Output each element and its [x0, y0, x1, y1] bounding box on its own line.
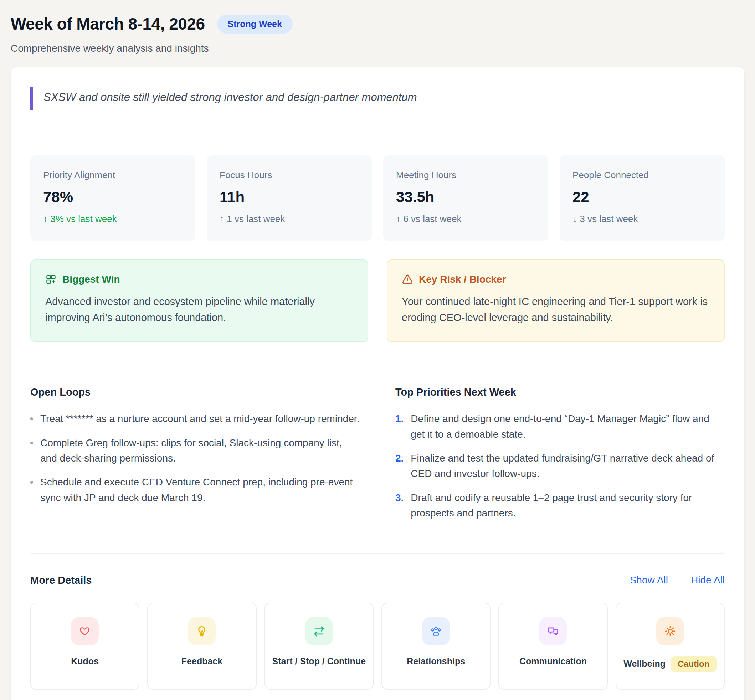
stat-card-focus-hours: Focus Hours 11h ↑ 1 vs last week [207, 155, 372, 241]
lists-section: Open Loops Treat ******* as a nurture ac… [30, 386, 725, 529]
open-loops-heading: Open Loops [30, 386, 360, 398]
detail-cards-row: Kudos Feedback [30, 603, 725, 690]
key-risk-box: Key Risk / Blocker Your continued late-n… [387, 259, 725, 342]
list-item: 3.Draft and codify a reusable 1–2 page t… [395, 490, 725, 521]
list-item: Complete Greg follow-ups: clips for soci… [30, 435, 360, 466]
stat-value: 78% [43, 189, 183, 206]
detail-card-kudos[interactable]: Kudos [30, 603, 139, 690]
show-all-link[interactable]: Show All [630, 575, 668, 586]
more-details-header: More Details Show All Hide All [30, 575, 725, 586]
page-subtitle: Comprehensive weekly analysis and insigh… [11, 43, 744, 54]
list-item-text: Define and design one end-to-end “Day-1 … [411, 411, 725, 442]
lightbulb-icon [188, 617, 216, 645]
section-divider [30, 553, 725, 554]
detail-card-relationships[interactable]: Relationships [381, 603, 491, 690]
detail-card-label: Wellbeing [624, 659, 666, 669]
list-item-text: Treat ******* as a nurture account and s… [40, 411, 360, 426]
bullet-dot [30, 417, 33, 420]
page-title: Week of March 8-14, 2026 [11, 14, 205, 33]
detail-card-feedback[interactable]: Feedback [147, 603, 256, 690]
list-number: 3. [395, 490, 403, 521]
open-loops-column: Open Loops Treat ******* as a nurture ac… [30, 386, 360, 529]
weekly-summary-card: SXSW and onsite still yielded strong inv… [11, 67, 744, 700]
stat-card-meeting-hours: Meeting Hours 33.5h ↑ 6 vs last week [383, 155, 548, 241]
stat-card-priority-alignment: Priority Alignment 78% ↑ 3% vs last week [30, 155, 195, 241]
hide-all-link[interactable]: Hide All [691, 575, 725, 586]
top-priorities-column: Top Priorities Next Week 1.Define and de… [395, 386, 725, 529]
caution-badge: Caution [671, 656, 716, 672]
list-item-text: Schedule and execute CED Venture Connect… [40, 474, 360, 505]
bullet-dot [30, 481, 33, 484]
bullet-dot [30, 442, 33, 444]
stat-value: 33.5h [396, 189, 535, 206]
list-item-text: Finalize and test the updated fundraisin… [411, 450, 725, 481]
stat-label: Focus Hours [220, 170, 359, 181]
detail-card-label: Communication [519, 656, 587, 667]
weekly-report-page: Week of March 8-14, 2026 Strong Week Com… [0, 0, 755, 700]
page-header: Week of March 8-14, 2026 Strong Week [11, 14, 744, 33]
summary-quote-text: SXSW and onsite still yielded strong inv… [44, 89, 725, 105]
stat-change: ↑ 6 vs last week [396, 214, 535, 225]
summary-quote: SXSW and onsite still yielded strong inv… [30, 87, 725, 110]
detail-card-label: Relationships [407, 656, 465, 667]
stat-value: 22 [572, 189, 712, 206]
grid-plus-icon [45, 274, 57, 285]
biggest-win-box: Biggest Win Advanced investor and ecosys… [30, 259, 368, 342]
list-item-text: Complete Greg follow-ups: clips for soci… [40, 435, 360, 466]
stat-value: 11h [220, 189, 359, 206]
more-details-heading: More Details [30, 575, 92, 586]
stat-change: ↑ 3% vs last week [43, 214, 183, 225]
open-loops-list: Treat ******* as a nurture account and s… [30, 411, 360, 505]
stat-label: Priority Alignment [43, 170, 183, 181]
stat-label: Meeting Hours [396, 170, 535, 181]
key-risk-text: Your continued late-night IC engineering… [402, 294, 710, 326]
list-number: 2. [395, 450, 403, 481]
list-number: 1. [395, 411, 403, 442]
biggest-win-title: Biggest Win [63, 274, 120, 285]
list-item: 1.Define and design one end-to-end “Day-… [395, 411, 725, 442]
section-divider [30, 366, 725, 366]
key-risk-header: Key Risk / Blocker [402, 274, 710, 285]
transfer-arrows-icon [305, 617, 333, 645]
list-item-text: Draft and codify a reusable 1–2 page tru… [411, 490, 725, 521]
stat-card-people-connected: People Connected 22 ↓ 3 vs last week [560, 155, 725, 241]
detail-card-communication[interactable]: Communication [498, 603, 607, 690]
list-item: 2.Finalize and test the updated fundrais… [395, 450, 725, 481]
top-priorities-heading: Top Priorities Next Week [395, 386, 725, 398]
detail-card-wellbeing[interactable]: Wellbeing Caution [616, 603, 725, 690]
detail-card-label: Start / Stop / Continue [272, 656, 366, 667]
stat-change: ↑ 1 vs last week [220, 214, 359, 225]
stats-row: Priority Alignment 78% ↑ 3% vs last week… [30, 155, 725, 241]
stat-label: People Connected [572, 170, 712, 181]
list-item: Schedule and execute CED Venture Connect… [30, 474, 360, 505]
more-details-links: Show All Hide All [630, 575, 725, 586]
week-status-badge: Strong Week [217, 15, 293, 33]
list-item: Treat ******* as a nurture account and s… [30, 411, 360, 426]
heart-icon [71, 617, 99, 645]
highlights-row: Biggest Win Advanced investor and ecosys… [30, 259, 725, 342]
people-group-icon [422, 617, 450, 645]
key-risk-title: Key Risk / Blocker [419, 274, 506, 285]
warning-triangle-icon [402, 274, 413, 285]
biggest-win-text: Advanced investor and ecosystem pipeline… [45, 294, 353, 326]
detail-card-label-row: Wellbeing Caution [624, 656, 716, 672]
summary-quote-section: SXSW and onsite still yielded strong inv… [30, 87, 725, 138]
top-priorities-list: 1.Define and design one end-to-end “Day-… [395, 411, 725, 521]
sun-icon [656, 617, 684, 645]
detail-card-start-stop-continue[interactable]: Start / Stop / Continue [264, 603, 374, 690]
detail-card-label: Feedback [181, 656, 222, 667]
detail-card-label: Kudos [71, 656, 99, 667]
stat-change: ↓ 3 vs last week [572, 214, 712, 225]
biggest-win-header: Biggest Win [45, 274, 353, 285]
chat-bubbles-icon [539, 617, 567, 645]
